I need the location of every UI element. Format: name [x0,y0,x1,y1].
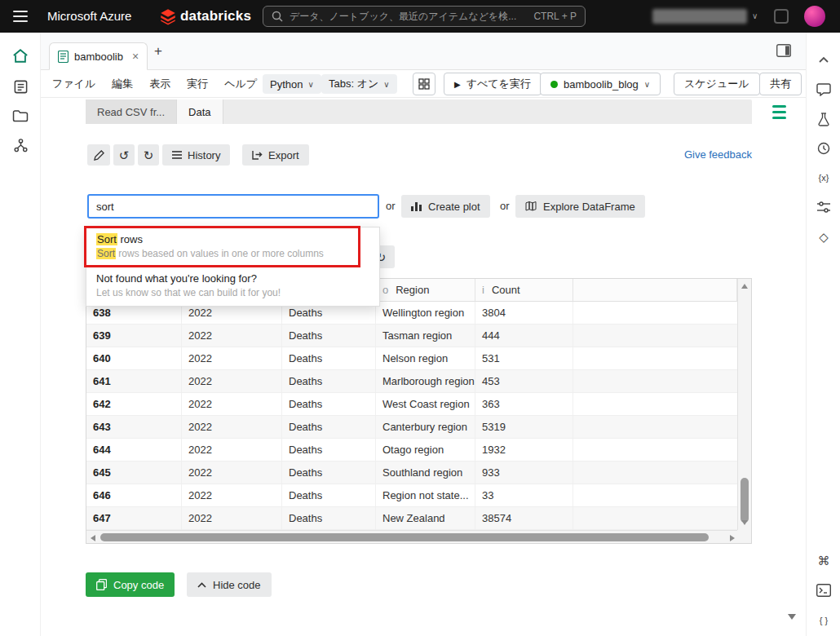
databricks-logo-icon [160,8,176,28]
settings-sliders-icon[interactable] [815,198,833,216]
dtype-object-label: o [382,284,388,296]
cell-year: 2022 [182,507,282,529]
export-button[interactable]: Export [242,144,309,166]
scroll-left-arrow-icon[interactable] [91,535,95,541]
cell-category: Deaths [282,416,376,438]
cell-year: 2022 [182,393,282,415]
share-button[interactable]: 共有 [759,73,802,95]
language-selector[interactable]: Python ∨ [263,74,321,94]
assistant-diamond-icon[interactable]: ◇ [815,228,833,246]
new-tab-button[interactable]: + [148,42,168,61]
workflows-icon[interactable] [11,136,29,154]
run-all-button[interactable]: ▶ すべてを実行 [444,73,542,95]
column-header-count[interactable]: i Count [475,279,573,301]
workspace-browser-icon[interactable] [11,77,29,95]
apps-icon[interactable] [774,9,789,24]
top-bar: Microsoft Azure databricks データ、ノートブック、最近… [0,0,840,33]
tab-read-csv[interactable]: Read CSV fr... [86,99,177,124]
suggestion-not-found[interactable]: Not found what you're looking for? Let u… [86,267,379,306]
cell-region: Southland region [376,462,475,484]
hamburger-menu-icon[interactable] [13,11,28,22]
redo-button[interactable]: ↻ [138,144,159,166]
close-tab-icon[interactable]: × [132,50,139,63]
collapse-up-icon[interactable] [815,51,833,68]
cell-count: 38574 [475,507,573,529]
undo-button[interactable]: ↺ [113,144,135,166]
cell-count: 363 [475,393,573,415]
highlighted-match: Sort [96,248,116,259]
give-feedback-link[interactable]: Give feedback [684,148,752,161]
tab-bamboolib[interactable]: bamboolib × [49,42,148,70]
variables-icon[interactable]: {x} [815,169,833,187]
cell-index: 644 [86,439,182,461]
copy-code-button[interactable]: Copy code [86,572,175,597]
grid-icon [418,78,430,90]
cell-year: 2022 [182,325,282,347]
avatar[interactable] [804,6,825,27]
cell-count: 3804 [475,302,573,324]
cell-year: 2022 [182,347,282,369]
transformation-search-input[interactable] [87,194,379,219]
create-plot-button[interactable]: Create plot [401,195,490,218]
cell-year: 2022 [182,484,282,506]
table-row[interactable]: 646 2022 Deaths Region not state... 33 [86,484,737,507]
column-header-region[interactable]: o Region [376,279,475,301]
cluster-selector[interactable]: bamboolib_blog ∨ [540,73,661,95]
or-label: or [500,200,510,212]
grid-view-button[interactable] [413,73,435,95]
table-horizontal-scrollbar[interactable] [86,530,739,543]
edit-button[interactable] [87,144,110,166]
cell-region: Wellington region [376,302,475,324]
global-search-input[interactable]: データ、ノートブック、最近のアイテムなどを検... CTRL + P [263,6,586,27]
table-row[interactable]: 643 2022 Deaths Canterbury region 5319 [86,416,737,439]
table-row[interactable]: 645 2022 Deaths Southland region 933 [86,462,737,484]
table-row[interactable]: 644 2022 Deaths Otago region 1932 [86,439,737,462]
tab-data[interactable]: Data [177,99,223,124]
scroll-down-arrow-icon[interactable] [741,520,748,525]
cell-year: 2022 [182,439,282,461]
bamboolib-tab-strip: Read CSV fr... Data [86,99,752,124]
menu-help[interactable]: ヘルプ [224,77,257,91]
environment-braces-icon[interactable]: { } [815,612,833,629]
table-row[interactable]: 647 2022 Deaths New Zealand 38574 [86,507,737,530]
menu-file[interactable]: ファイル [52,77,95,91]
table-row[interactable]: 641 2022 Deaths Marlborough region 453 [86,370,737,393]
menu-view[interactable]: 表示 [149,77,170,91]
version-history-clock-icon[interactable] [815,139,833,157]
list-icon [172,151,182,159]
vertical-scroll-thumb[interactable] [741,478,749,523]
cell-menu-icon[interactable] [772,105,786,119]
folder-icon[interactable] [11,107,29,125]
azure-label: Microsoft Azure [47,0,131,33]
cell-category: Deaths [282,393,376,415]
pencil-icon [94,150,104,161]
comments-icon[interactable] [815,81,833,99]
tabs-toggle[interactable]: Tabs: オン ∨ [321,74,397,94]
scroll-right-arrow-icon[interactable] [730,535,735,541]
hide-code-button[interactable]: Hide code [187,572,272,597]
left-sidebar [0,33,41,636]
web-terminal-icon[interactable] [815,581,833,599]
cell-category: Deaths [282,347,376,369]
explore-dataframe-button[interactable]: Explore DataFrame [515,195,645,218]
experiments-flask-icon[interactable] [815,110,833,128]
layout-panel-icon[interactable] [776,44,791,60]
table-row[interactable]: 640 2022 Deaths Nelson region 531 [86,347,737,370]
schedule-button[interactable]: スケジュール [674,73,760,95]
menu-edit[interactable]: 編集 [112,77,133,91]
notebook-scroll-down-icon[interactable] [788,614,796,620]
workspace-selector[interactable] [652,9,747,24]
table-row[interactable]: 642 2022 Deaths West Coast region 363 [86,393,737,416]
suggestion-sort-rows[interactable]: Sort rows Sort rows beased on values in … [86,227,379,267]
history-button[interactable]: History [162,144,230,166]
table-vertical-scrollbar[interactable] [737,279,751,530]
shortcuts-command-icon[interactable]: ⌘ [815,552,833,570]
home-icon[interactable] [11,46,29,64]
export-icon [252,150,263,160]
menu-run[interactable]: 実行 [187,77,208,91]
scroll-up-arrow-icon[interactable] [741,284,748,289]
tab-label: bamboolib [74,51,123,63]
horizontal-scroll-thumb[interactable] [100,533,709,541]
table-row[interactable]: 639 2022 Deaths Tasman region 444 [86,325,737,347]
cell-index: 640 [86,347,182,369]
